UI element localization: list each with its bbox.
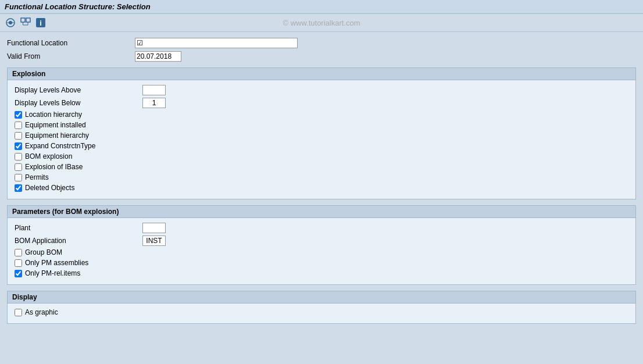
parameters-section-body: Plant BOM Application Group BOM Only PM … [8, 218, 635, 284]
group-bom-row: Group BOM [15, 248, 628, 256]
parameters-section: Parameters (for BOM explosion) Plant BOM… [7, 205, 636, 285]
only-pm-rel-items-checkbox[interactable] [15, 270, 22, 277]
bom-explosion-row: BOM explosion [15, 152, 628, 160]
equipment-installed-row: Equipment installed [15, 121, 628, 129]
title-bar: Functional Location Structure: Selection [0, 0, 643, 14]
only-pm-rel-items-label: Only PM-rel.items [25, 269, 80, 277]
display-section: Display As graphic [7, 291, 636, 324]
explosion-section-header: Explosion [8, 68, 635, 80]
permits-label: Permits [25, 173, 49, 181]
equipment-hierarchy-row: Equipment hierarchy [15, 131, 628, 140]
expand-constrction-label: Expand ConstrctnType [25, 142, 95, 150]
equipment-hierarchy-checkbox[interactable] [15, 132, 22, 140]
group-bom-checkbox[interactable] [15, 249, 22, 256]
bom-application-label: BOM Application [15, 237, 142, 245]
only-pm-assemblies-row: Only PM assemblies [15, 259, 628, 267]
display-levels-above-row: Display Levels Above [15, 85, 628, 95]
only-pm-assemblies-checkbox[interactable] [15, 259, 22, 267]
plant-row: Plant [15, 223, 628, 233]
plant-input[interactable] [142, 223, 166, 233]
functional-location-row: Functional Location [7, 38, 636, 48]
explosion-section: Explosion Display Levels Above Display L… [7, 67, 636, 199]
deleted-objects-checkbox[interactable] [15, 184, 22, 192]
svg-rect-4 [26, 18, 30, 22]
valid-from-input[interactable] [135, 51, 181, 62]
explosion-ibase-label: Explosion of IBase [25, 163, 83, 171]
plant-label: Plant [15, 224, 142, 232]
display-section-header: Display [8, 291, 635, 304]
explosion-ibase-checkbox[interactable] [15, 163, 22, 171]
bom-explosion-label: BOM explosion [25, 152, 72, 160]
only-pm-rel-items-row: Only PM-rel.items [15, 269, 628, 277]
parameters-section-header: Parameters (for BOM explosion) [8, 206, 635, 218]
explosion-section-body: Display Levels Above Display Levels Belo… [8, 80, 635, 199]
title-text: Functional Location Structure: Selection [5, 2, 151, 11]
toolbar: i © www.tutorialkart.com [0, 14, 643, 32]
as-graphic-label: As graphic [25, 308, 58, 316]
equipment-installed-checkbox[interactable] [15, 122, 22, 129]
permits-row: Permits [15, 173, 628, 181]
valid-from-row: Valid From [7, 51, 636, 62]
group-bom-label: Group BOM [25, 248, 62, 256]
deleted-objects-row: Deleted Objects [15, 184, 628, 192]
display-levels-below-input[interactable] [142, 98, 166, 108]
location-hierarchy-label: Location hierarchy [25, 110, 82, 119]
explosion-ibase-row: Explosion of IBase [15, 163, 628, 171]
expand-constrction-checkbox[interactable] [15, 142, 22, 150]
bom-application-input[interactable] [142, 235, 166, 246]
display-section-body: As graphic [8, 304, 635, 323]
functional-location-label: Functional Location [7, 39, 135, 47]
svg-rect-3 [21, 18, 25, 22]
tree-icon[interactable] [20, 17, 31, 28]
functional-location-input[interactable] [135, 38, 298, 48]
valid-from-label: Valid From [7, 52, 135, 60]
bom-explosion-checkbox[interactable] [15, 153, 22, 160]
location-hierarchy-row: Location hierarchy [15, 110, 628, 119]
only-pm-assemblies-label: Only PM assemblies [25, 259, 88, 267]
bom-application-row: BOM Application [15, 235, 628, 246]
display-levels-below-row: Display Levels Below [15, 98, 628, 108]
equipment-hierarchy-label: Equipment hierarchy [25, 131, 89, 140]
expand-constrction-row: Expand ConstrctnType [15, 142, 628, 150]
permits-checkbox[interactable] [15, 174, 22, 181]
as-graphic-checkbox[interactable] [15, 309, 22, 316]
display-levels-above-label: Display Levels Above [15, 86, 142, 94]
main-content: Functional Location Valid From Explosion… [0, 32, 643, 336]
display-levels-below-label: Display Levels Below [15, 99, 142, 107]
svg-text:i: i [40, 19, 42, 27]
info-icon[interactable]: i [35, 17, 47, 28]
location-hierarchy-checkbox[interactable] [15, 111, 22, 119]
back-icon[interactable] [5, 17, 16, 28]
watermark: © www.tutorialkart.com [283, 19, 360, 27]
as-graphic-row: As graphic [15, 308, 628, 316]
deleted-objects-label: Deleted Objects [25, 184, 74, 192]
equipment-installed-label: Equipment installed [25, 121, 86, 129]
display-levels-above-input[interactable] [142, 85, 166, 95]
